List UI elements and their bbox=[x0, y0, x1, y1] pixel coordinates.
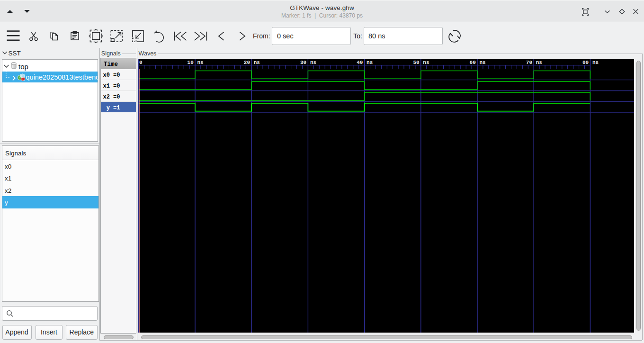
svg-text:30: 30 bbox=[300, 60, 306, 65]
svg-text:ns: ns bbox=[197, 60, 204, 65]
svg-text:40: 40 bbox=[357, 60, 363, 65]
svg-text:ns: ns bbox=[310, 60, 316, 65]
svg-text:ns: ns bbox=[254, 60, 260, 65]
svg-text:70: 70 bbox=[526, 60, 532, 65]
svg-text:ns: ns bbox=[480, 60, 486, 65]
svg-text:80: 80 bbox=[582, 60, 589, 65]
svg-text:0: 0 bbox=[139, 60, 143, 65]
svg-text:ns: ns bbox=[367, 60, 373, 65]
svg-text:ns: ns bbox=[592, 60, 599, 65]
svg-text:ns: ns bbox=[423, 60, 429, 65]
svg-text:20: 20 bbox=[244, 60, 250, 65]
svg-text:50: 50 bbox=[413, 60, 419, 65]
svg-text:10: 10 bbox=[188, 60, 194, 65]
svg-text:60: 60 bbox=[470, 60, 476, 65]
svg-text:ns: ns bbox=[536, 60, 542, 65]
